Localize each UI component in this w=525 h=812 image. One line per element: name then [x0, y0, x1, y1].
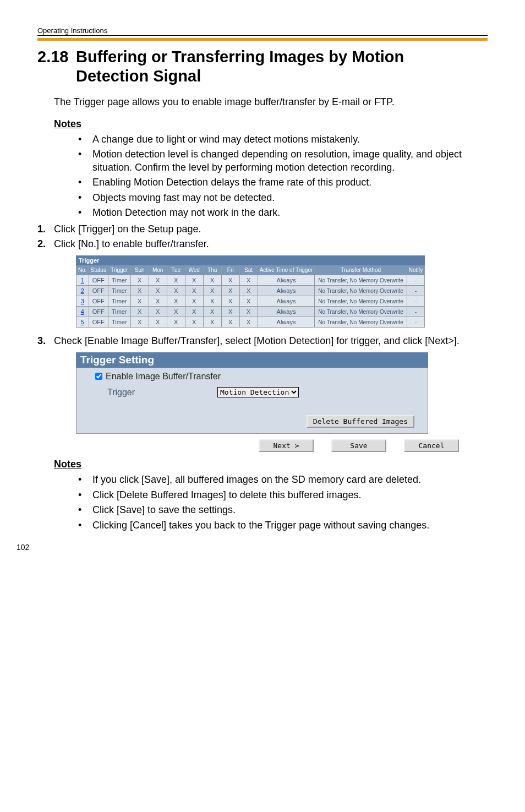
cell: X [130, 286, 149, 296]
cell: 3 [76, 296, 89, 307]
step-text: Click [Trigger] on the Setup page. [54, 224, 201, 235]
column-header: No. [76, 265, 89, 275]
cell: 4 [76, 307, 89, 317]
next-button[interactable]: Next > [259, 439, 314, 452]
column-header: Active Time of Trigger [258, 265, 315, 275]
intro-text: The Trigger page allows you to enable im… [54, 96, 488, 108]
cell: - [407, 286, 425, 296]
cell: X [185, 317, 203, 328]
trigger-no-link[interactable]: 4 [81, 308, 84, 315]
cell: X [130, 307, 149, 317]
step-2: 2.Click [No.] to enable buffer/transfer. [37, 238, 488, 250]
column-header: Mon [149, 265, 167, 275]
cell: X [149, 317, 167, 328]
notes-list-2: If you click [Save], all buffered images… [70, 473, 488, 532]
cell: X [239, 296, 258, 307]
section-title: 2.18Buffering or Transferring Images by … [37, 47, 488, 86]
trigger-no-link[interactable]: 2 [81, 287, 84, 294]
cell: OFF [89, 307, 108, 317]
table-row: 2OFFTimerXXXXXXXAlwaysNo Transfer, No Me… [76, 286, 425, 296]
column-header: Tue [167, 265, 185, 275]
cell: - [407, 275, 425, 286]
cell: Timer [108, 275, 130, 286]
cancel-button[interactable]: Cancel [404, 439, 459, 452]
cell: No Transfer, No Memory Overwrite [315, 286, 407, 296]
cell: - [407, 307, 425, 317]
trigger-select[interactable]: Motion Detection [217, 387, 299, 397]
cell: No Transfer, No Memory Overwrite [315, 275, 407, 286]
cell: - [407, 317, 425, 328]
cell: X [167, 275, 185, 286]
panel-title: Trigger Setting [76, 352, 428, 368]
table-row: 4OFFTimerXXXXXXXAlwaysNo Transfer, No Me… [76, 307, 425, 317]
cell: X [149, 296, 167, 307]
column-header: Thu [203, 265, 221, 275]
cell: Timer [108, 307, 130, 317]
cell: OFF [89, 317, 108, 328]
cell: Timer [108, 296, 130, 307]
column-header: Fri [221, 265, 239, 275]
cell: Always [258, 286, 315, 296]
cell: No Transfer, No Memory Overwrite [315, 317, 407, 328]
cell: X [185, 296, 203, 307]
step-text: Click [No.] to enable buffer/transfer. [54, 238, 209, 249]
cell: X [239, 275, 258, 286]
notes-heading-1: Notes [54, 118, 488, 130]
cell: X [167, 307, 185, 317]
note-item: If you click [Save], all buffered images… [92, 473, 488, 486]
delete-buffered-button[interactable]: Delete Buffered Images [307, 415, 414, 428]
note-item: Enabling Motion Detection delays the fra… [92, 176, 488, 189]
divider [37, 38, 488, 41]
trigger-no-link[interactable]: 3 [81, 298, 84, 304]
column-header: Trigger [108, 265, 130, 275]
cell: Always [258, 275, 315, 286]
cell: X [130, 296, 149, 307]
cell: X [221, 307, 239, 317]
note-item: Objects moving fast may not be detected. [92, 192, 488, 204]
cell: X [130, 275, 149, 286]
cell: 2 [76, 286, 89, 296]
section-title-text: Buffering or Transferring Images by Moti… [76, 47, 472, 86]
step-3: 3.Check [Enable Image Buffer/Transfer], … [37, 335, 488, 347]
cell: No Transfer, No Memory Overwrite [315, 307, 407, 317]
cell: Timer [108, 286, 130, 296]
cell: OFF [89, 296, 108, 307]
cell: 1 [76, 275, 89, 286]
cell: X [203, 296, 221, 307]
table-row: 3OFFTimerXXXXXXXAlwaysNo Transfer, No Me… [76, 296, 425, 307]
trigger-label: Trigger [107, 388, 217, 397]
cell: X [185, 286, 203, 296]
trigger-table-title: Trigger [76, 256, 425, 265]
cell: X [203, 275, 221, 286]
save-button[interactable]: Save [331, 439, 386, 452]
button-row: Next > Save Cancel [76, 439, 461, 452]
column-header: Sat [239, 265, 258, 275]
cell: Always [258, 296, 315, 307]
cell: X [203, 307, 221, 317]
cell: X [203, 317, 221, 328]
trigger-no-link[interactable]: 5 [81, 319, 84, 325]
cell: Always [258, 317, 315, 328]
page-header: Operating Instructions [37, 26, 488, 36]
cell: 5 [76, 317, 89, 328]
cell: X [239, 286, 258, 296]
step-text: Check [Enable Image Buffer/Transfer], se… [54, 335, 460, 346]
section-number: 2.18 [37, 47, 76, 67]
trigger-setting-panel: Trigger Setting Enable Image Buffer/Tran… [76, 352, 428, 434]
cell: X [167, 317, 185, 328]
step-number: 1. [37, 224, 54, 235]
enable-buffer-checkbox[interactable] [95, 373, 102, 380]
note-item: Click [Delete Buffered Images] to delete… [92, 489, 488, 502]
cell: Always [258, 307, 315, 317]
cell: X [221, 275, 239, 286]
cell: X [203, 286, 221, 296]
cell: X [167, 296, 185, 307]
checkbox-label: Enable Image Buffer/Transfer [106, 372, 221, 382]
table-row: 1OFFTimerXXXXXXXAlwaysNo Transfer, No Me… [76, 275, 425, 286]
cell: X [167, 286, 185, 296]
cell: X [239, 307, 258, 317]
notes-heading-2: Notes [54, 459, 488, 470]
trigger-no-link[interactable]: 1 [81, 277, 84, 284]
note-item: Motion Detection may not work in the dar… [92, 206, 488, 219]
note-item: A change due to light or wind may detect… [92, 133, 488, 146]
